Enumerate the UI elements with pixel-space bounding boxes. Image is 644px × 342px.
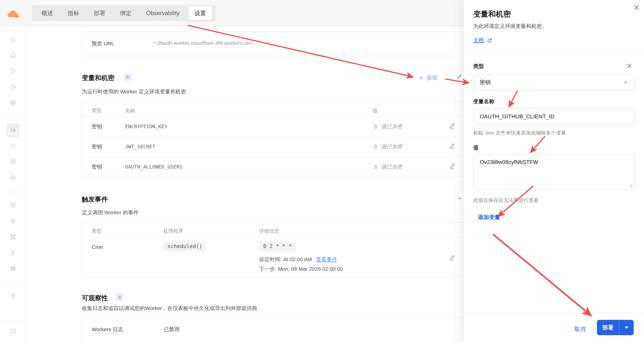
preview-url-value: *-2fauth-worker.cloudflare-4f9.workers.d… [153, 40, 253, 46]
tab-deployments[interactable]: 部署 [88, 6, 111, 20]
row-type: 密钥 [92, 143, 102, 150]
col-type: 类型 [92, 107, 102, 114]
footer-divider [464, 313, 644, 313]
home-icon[interactable] [10, 52, 16, 58]
code-icon[interactable] [10, 127, 16, 134]
docs-list-icon[interactable] [10, 158, 16, 165]
plus-icon [457, 195, 463, 201]
tab-metrics[interactable]: 指标 [62, 6, 85, 20]
next-run-text: 下一步: Mon, 09 Mar 2026 02:00:00 [259, 265, 343, 272]
deploy-button[interactable]: 部署 [597, 320, 619, 335]
col-value: 值 [373, 107, 378, 114]
add-trigger-button[interactable] [457, 195, 463, 201]
ai-sparkle-icon[interactable] [10, 142, 16, 149]
edit-row-icon[interactable] [449, 163, 456, 169]
resize-grip-icon[interactable] [628, 183, 632, 187]
deploy-dropdown-button[interactable] [619, 320, 634, 335]
variables-section-subtitle: 为运行时使用的 Worker 定义环境变量和机密 [82, 88, 186, 95]
collapse-panel-icon[interactable] [10, 328, 16, 335]
sidebar-divider [5, 283, 21, 283]
sidebar-divider [5, 192, 21, 192]
globe-www-icon[interactable] [10, 265, 16, 272]
panel-subtitle: 为此环境定义环境变量和机密。 [473, 23, 547, 30]
cloudflare-logo[interactable] [0, 0, 26, 26]
add-label: 添加 [426, 74, 437, 82]
close-icon[interactable] [633, 4, 640, 11]
shield-braces-icon[interactable] [10, 201, 16, 208]
docs-book-icon[interactable] [116, 293, 123, 301]
shield-arrow-icon[interactable] [10, 218, 16, 224]
triggers-table: 类型 处理程序 详细信息 Cron scheduled() 0 2 * * * … [82, 222, 504, 277]
cloudflare-cloud-icon [5, 8, 21, 19]
triggers-section-title: 触发事件 [82, 195, 108, 204]
add-variable-link[interactable]: 添加变量 [478, 214, 500, 221]
type-select-value: 密钥 [480, 79, 491, 86]
tab-observability[interactable]: Observability [140, 7, 186, 20]
lock-icon [373, 164, 379, 170]
preview-url-card: 预览 URL *-2fauth-worker.cloudflare-4f9.wo… [82, 32, 504, 56]
panel-title: 变量和机密 [473, 9, 511, 19]
table-divider [82, 116, 504, 117]
add-variable-button[interactable]: 添加 [418, 74, 437, 82]
encrypted-value: 值已加密 [373, 163, 402, 170]
col-details: 详细信息 [259, 228, 279, 234]
remove-row-icon[interactable] [626, 62, 633, 69]
sidebar-divider [5, 117, 21, 117]
variables-table: 类型 名称 值 密钥 ENCRYPTION_KEY 值已加密 密钥 JWT_SE… [82, 102, 504, 176]
docs-book-icon[interactable] [124, 73, 131, 81]
type-label: 类型 [473, 63, 484, 70]
edit-variables-icon[interactable] [456, 74, 462, 80]
handler-chip: scheduled() [163, 241, 206, 251]
workers-logs-label[interactable]: Workers 日志 [92, 326, 123, 334]
panel-divider [464, 52, 644, 52]
triggers-section-subtitle: 定义调用 Worker 的事件 [82, 209, 139, 216]
table-divider [82, 136, 504, 137]
search-icon[interactable] [10, 37, 16, 43]
env-paste-hint: 粘贴 .env 文件来快速添加或编辑多个变量 [473, 129, 566, 136]
value-save-hint: 此值在保存后无法再进行查看 [473, 197, 539, 204]
row-name: JWT_SECRET [125, 144, 155, 150]
docs-link[interactable]: 文档 [473, 37, 484, 44]
schedule-text: 设定时间: At 02:00 AM 查看事件 [259, 256, 337, 263]
value-textarea[interactable]: Ov23liltw08cyfNbSTFW [473, 154, 634, 190]
observability-card: Workers 日志 已禁用 [82, 318, 504, 342]
tab-settings[interactable]: 设置 [188, 6, 212, 20]
variables-section-title: 变量和机密 [82, 74, 114, 82]
play-circle-icon[interactable] [10, 174, 16, 181]
encrypted-value: 值已加密 [373, 123, 402, 130]
view-events-link[interactable]: 查看事件 [316, 256, 337, 262]
row-type: 密钥 [92, 163, 102, 170]
external-link-icon [487, 38, 493, 43]
tab-overview[interactable]: 概述 [35, 6, 59, 20]
workers-logs-status: 已禁用 [164, 326, 180, 333]
row-name: OAUTH_ALLOWED_USERS [125, 164, 183, 170]
network-graph-icon[interactable] [10, 233, 16, 240]
table-divider [82, 237, 504, 237]
col-type: 类型 [92, 228, 102, 234]
schedule-time: 设定时间: At 02:00 AM [259, 256, 312, 262]
type-select[interactable]: 密钥 [473, 75, 634, 90]
sidebar-bottom-divider [0, 320, 26, 321]
edit-row-icon[interactable] [449, 122, 456, 129]
edit-row-icon[interactable] [449, 143, 456, 149]
value-label: 值 [473, 144, 478, 151]
edit-trigger-icon[interactable] [449, 254, 456, 261]
globe-icon[interactable] [10, 99, 16, 106]
preview-url-label: 预览 URL [92, 40, 114, 47]
cloudflare-worker-settings-screen: 概述 指标 部署 绑定 Observability 设置 预览 U [0, 0, 644, 342]
docs-link-row: 文档 [473, 37, 493, 44]
sidebar [0, 26, 26, 342]
gear-icon[interactable] [10, 292, 16, 299]
pie-chart-icon[interactable] [10, 84, 16, 90]
cancel-button[interactable]: 取消 [571, 323, 588, 335]
variable-name-input[interactable] [473, 109, 634, 125]
plus-icon [418, 75, 424, 81]
caret-down-icon [625, 326, 628, 329]
lightning-icon[interactable] [10, 249, 16, 256]
tab-bindings[interactable]: 绑定 [114, 6, 138, 20]
col-name: 名称 [125, 107, 135, 114]
history-icon[interactable] [10, 67, 16, 74]
encrypted-value: 值已加密 [373, 143, 402, 150]
col-handler: 处理程序 [163, 228, 183, 234]
observability-section-subtitle: 收集日志和追踪以调试您的Worker，在仪表板中持久化或导出到外部提供商 [82, 305, 257, 312]
